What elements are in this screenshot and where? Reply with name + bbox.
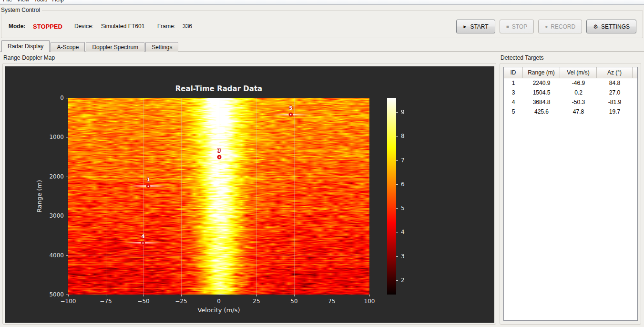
- target-marker-label: 3: [217, 147, 221, 153]
- mode-label: Mode:: [9, 23, 25, 30]
- target-marker-label: 1: [146, 176, 150, 182]
- colorbar-tick-mark: [396, 136, 398, 137]
- menu-label: Tools: [34, 0, 47, 3]
- column-header-az-[interactable]: Az (°): [597, 67, 633, 78]
- colorbar-tick-label: 8: [401, 133, 405, 139]
- tab-bar: Radar DisplayA-ScopeDoppler SpectrumSett…: [0, 40, 644, 52]
- table-cell: 425.6: [523, 107, 560, 116]
- colorbar-tick-mark: [396, 232, 398, 232]
- menu-label: File: [3, 0, 12, 3]
- system-control-title: System Control: [0, 7, 42, 13]
- table-cell: -46.9: [560, 78, 597, 88]
- settings-button-label: SETTINGS: [601, 23, 630, 30]
- targets-table: IDRange (m)Vel (m/s)Az (°) 12240.9-46.98…: [503, 67, 638, 321]
- x-tick-mark: [181, 295, 182, 296]
- target-marker-label: 5: [289, 105, 293, 111]
- column-header-id[interactable]: ID: [504, 67, 523, 78]
- x-tick-label: 25: [253, 298, 260, 305]
- table-cell: 4: [504, 97, 523, 107]
- table-cell: 27.0: [597, 88, 633, 97]
- device-label: Device:: [74, 23, 93, 30]
- start-button[interactable]: ►START: [456, 20, 495, 33]
- stop-button-label: STOP: [512, 23, 527, 30]
- y-tick-mark: [66, 255, 68, 256]
- plot-title: Real-Time Radar Data: [68, 84, 369, 93]
- y-tick-mark: [66, 98, 68, 98]
- colorbar-tick-label: 3: [401, 253, 405, 260]
- range-doppler-title: Range-Doppler Map: [2, 54, 57, 61]
- y-tick-mark: [66, 295, 68, 295]
- table-cell: 3: [504, 88, 523, 97]
- targets-table-body: 12240.9-46.984.831504.50.227.043684.8-50…: [504, 78, 637, 116]
- colorbar-tick-mark: [396, 112, 398, 113]
- menu-file[interactable]: File: [3, 0, 12, 5]
- x-tick-mark: [294, 295, 295, 296]
- column-header-range-m-[interactable]: Range (m): [523, 67, 560, 78]
- table-cell: 19.7: [597, 107, 633, 116]
- colorbar-tick-mark: [396, 160, 398, 161]
- tab-doppler-spectrum[interactable]: Doppler Spectrum: [86, 42, 144, 52]
- range-doppler-plot: Real-Time Radar Data −100−75−50−25025507…: [5, 66, 494, 323]
- menu-view[interactable]: View: [17, 0, 29, 5]
- colorbar-tick-mark: [396, 208, 398, 209]
- record-button-label: RECORD: [551, 23, 575, 30]
- table-row[interactable]: 43684.8-50.3-81.9: [504, 97, 637, 107]
- column-header-filler: [633, 67, 637, 78]
- x-tick-label: −25: [175, 298, 187, 305]
- range-doppler-heatmap: [68, 98, 369, 295]
- table-cell: 2240.9: [523, 78, 560, 88]
- y-tick-mark: [66, 137, 68, 137]
- x-tick-label: −100: [61, 298, 76, 305]
- menu-help[interactable]: Help: [52, 0, 64, 5]
- start-button-label: START: [470, 23, 488, 30]
- colorbar-tick-mark: [396, 184, 398, 185]
- target-marker: 3: [217, 155, 221, 159]
- y-tick-label: 5000: [49, 291, 64, 298]
- table-cell: 47.8: [560, 107, 597, 116]
- table-row[interactable]: 31504.50.227.0: [504, 88, 637, 97]
- colorbar-tick-label: 6: [401, 181, 405, 188]
- device-value: Simulated FT601: [101, 23, 144, 30]
- x-tick-mark: [143, 295, 144, 296]
- tab-a-scope[interactable]: A-Scope: [51, 42, 85, 52]
- radar-app-window: FileViewToolsHelp System Control Mode: S…: [0, 0, 644, 327]
- x-tick-label: 0: [217, 298, 221, 305]
- menu-tools[interactable]: Tools: [34, 0, 47, 5]
- tab-settings[interactable]: Settings: [145, 42, 178, 52]
- y-tick-label: 3000: [49, 212, 64, 219]
- x-tick-label: 75: [328, 298, 335, 305]
- table-cell: 84.8: [597, 78, 633, 88]
- x-tick-mark: [219, 295, 219, 296]
- target-marker: 5: [289, 113, 293, 117]
- colorbar-tick-label: 2: [401, 277, 405, 284]
- colorbar-tick-label: 4: [401, 229, 405, 235]
- gear-icon: ⚙: [593, 24, 598, 30]
- y-tick-label: 1000: [49, 134, 64, 140]
- column-header-vel-m-s-[interactable]: Vel (m/s): [560, 67, 597, 78]
- menu-label: View: [17, 0, 29, 3]
- record-icon: ●: [545, 24, 548, 29]
- table-row[interactable]: 12240.9-46.984.8: [504, 78, 637, 88]
- target-marker: 4: [141, 241, 145, 245]
- colorbar-tick-label: 5: [401, 205, 405, 211]
- y-tick-label: 4000: [49, 252, 64, 259]
- table-cell: 3684.8: [523, 97, 560, 107]
- detected-targets-title: Detected Targets: [500, 54, 546, 61]
- table-row[interactable]: 5425.647.819.7: [504, 107, 637, 116]
- x-tick-mark: [256, 295, 257, 296]
- record-button: ●RECORD: [538, 20, 582, 33]
- tab-radar-display[interactable]: Radar Display: [1, 40, 50, 52]
- table-cell: 5: [504, 107, 523, 116]
- y-tick-mark: [66, 216, 68, 216]
- table-cell: 1504.5: [523, 88, 560, 97]
- control-buttons: ►START■STOP●RECORD⚙SETTINGS: [456, 20, 637, 33]
- x-tick-label: 50: [290, 298, 297, 305]
- settings-button[interactable]: ⚙SETTINGS: [586, 20, 636, 33]
- stop-icon: ■: [506, 24, 509, 29]
- target-marker: 1: [146, 184, 150, 188]
- x-tick-mark: [332, 295, 332, 296]
- y-axis-label: Range (m): [36, 180, 43, 212]
- frame-label: Frame:: [157, 23, 175, 30]
- table-cell: 0.2: [560, 88, 597, 97]
- stop-button: ■STOP: [500, 20, 534, 33]
